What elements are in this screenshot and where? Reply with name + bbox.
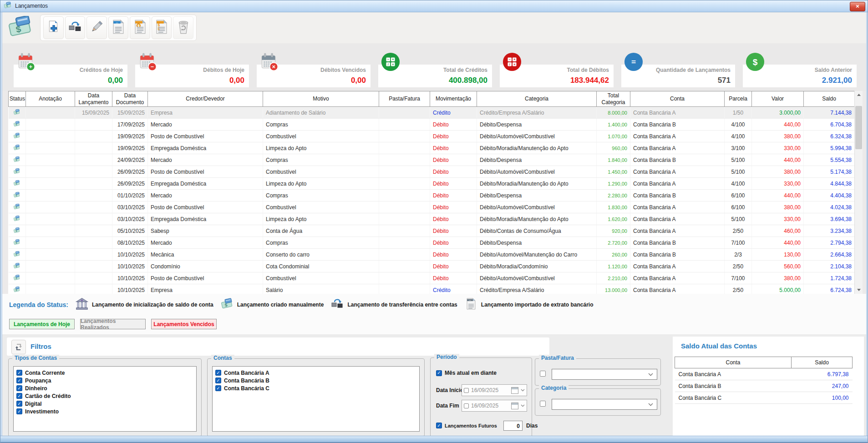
table-row[interactable]: $ 10/10/2025Posto de CombustívelCombustí… bbox=[9, 272, 855, 284]
edit-entry-button[interactable] bbox=[86, 16, 107, 39]
account-type-conta-corrente[interactable]: ✓Conta Corrente bbox=[16, 369, 193, 377]
account-type-dinheiro[interactable]: ✓Dinheiro bbox=[16, 384, 193, 392]
table-cell: 4/100 bbox=[725, 119, 752, 131]
table-cell bbox=[379, 249, 430, 261]
column-header-saldo[interactable]: Saldo bbox=[804, 91, 855, 107]
new-entry-button[interactable] bbox=[43, 16, 64, 39]
account-type-checkbox[interactable]: ✓ bbox=[16, 385, 22, 391]
table-row[interactable]: $ 15/09/202515/09/2025EmpresaAdiantament… bbox=[9, 107, 855, 119]
balance: 5.994,38 bbox=[830, 145, 852, 151]
column-header-movimentacao[interactable]: Movimentação bbox=[430, 91, 477, 107]
balance-row[interactable]: Conta Bancária B247,00 bbox=[675, 380, 853, 392]
column-header-parcela[interactable]: Parcela bbox=[725, 91, 752, 107]
table-row[interactable]: $ 08/10/2025MercadoComprasDébitoDébito/D… bbox=[9, 237, 855, 249]
start-date-checkbox[interactable] bbox=[464, 388, 469, 393]
account-type-checkbox[interactable]: ✓ bbox=[16, 401, 22, 407]
table-cell: Débito bbox=[430, 142, 477, 154]
column-header-data-documento[interactable]: Data Documento bbox=[112, 91, 148, 107]
account-type-digital[interactable]: ✓Digital bbox=[16, 400, 193, 408]
lancamentos-de-hoje-button[interactable]: Lançamentos de Hoje bbox=[9, 319, 75, 329]
lancamentos-vencidos-button[interactable]: Lançamentos Vencidos bbox=[151, 319, 217, 329]
current-month-checkbox[interactable]: ✓ bbox=[436, 370, 442, 376]
account-conta-bancaria-a[interactable]: ✓Conta Bancária A bbox=[215, 369, 416, 377]
legend-title: Legenda do Status: bbox=[9, 301, 68, 308]
end-date-checkbox[interactable] bbox=[464, 403, 469, 408]
account-conta-bancaria-b[interactable]: ✓Conta Bancária B bbox=[215, 377, 416, 384]
transfer-entry-button[interactable] bbox=[65, 16, 86, 39]
column-header-anotacao[interactable]: Anotação bbox=[26, 91, 75, 107]
account-type-investimento[interactable]: ✓Investimento bbox=[16, 408, 193, 415]
future-entries-checkbox[interactable]: ✓ bbox=[436, 423, 442, 428]
report-button[interactable]: ... bbox=[108, 16, 129, 39]
account-type-checkbox[interactable]: ✓ bbox=[16, 370, 22, 376]
end-date-value: 16/09/2025 bbox=[471, 403, 509, 409]
account-type-checkbox[interactable]: ✓ bbox=[16, 393, 22, 399]
table-cell: 01/10/2025 bbox=[112, 190, 148, 201]
table-cell: Conta Bancária A bbox=[630, 142, 725, 154]
table-scrollbar[interactable] bbox=[854, 91, 863, 294]
column-header-valor[interactable]: Valor bbox=[752, 91, 804, 107]
table-row[interactable]: $ 03/10/2025Posto de CombustívelCombustí… bbox=[9, 201, 855, 213]
table-row[interactable]: $ 26/09/2025Empregada DomésticaLimpeza d… bbox=[9, 178, 855, 190]
report-values-button[interactable]: $ bbox=[130, 16, 150, 39]
table-cell: 3.000,00 bbox=[752, 107, 804, 119]
column-header-pasta-fatura[interactable]: Pasta/Fatura bbox=[379, 91, 430, 107]
account-checkbox[interactable]: ✓ bbox=[215, 385, 221, 391]
account-type-checkbox[interactable]: ✓ bbox=[16, 378, 22, 383]
account-type-checkbox[interactable]: ✓ bbox=[16, 408, 22, 414]
close-button[interactable]: × bbox=[850, 2, 865, 11]
future-days-input[interactable]: 0 bbox=[503, 421, 523, 431]
table-cell: 6.704,38 bbox=[804, 119, 855, 131]
calendar-picker-icon[interactable] bbox=[511, 387, 518, 394]
account-type-cartao-de-credito[interactable]: ✓Cartão de Crédito bbox=[16, 392, 193, 400]
column-header-data-lancamento[interactable]: Data Lançamento bbox=[75, 91, 112, 107]
balance-row[interactable]: Conta Bancária A6.797,38 bbox=[675, 368, 853, 380]
table-row[interactable]: $ 17/09/2025MercadoComprasDébitoDébito/D… bbox=[9, 119, 855, 131]
date-dropdown-icon[interactable] bbox=[521, 404, 525, 407]
table-row[interactable]: $ 10/10/2025MecânicaConserto do carroDéb… bbox=[9, 249, 855, 261]
table-cell: Débito/Automóvel/Combustível bbox=[477, 131, 597, 142]
balance-row[interactable]: Conta Bancária C100,00 bbox=[675, 392, 853, 404]
column-header-total-categoria[interactable]: Total Categoria bbox=[597, 91, 630, 107]
table-row[interactable]: $ 10/10/2025CondomínioCota CondominialDé… bbox=[9, 261, 855, 272]
date-dropdown-icon[interactable] bbox=[521, 389, 525, 392]
scroll-down-arrow-icon[interactable] bbox=[855, 286, 863, 294]
current-month-option[interactable]: ✓ Mês atual em diante bbox=[436, 370, 497, 376]
equals-blue-icon: = bbox=[624, 52, 643, 73]
category-checkbox[interactable] bbox=[540, 401, 546, 407]
scroll-up-arrow-icon[interactable] bbox=[855, 91, 863, 99]
table-cell: Empresa bbox=[148, 107, 263, 119]
future-entries-option[interactable]: ✓ Lançamentos Futuros 0 Dias bbox=[436, 423, 497, 428]
table-row[interactable]: $ 01/10/2025MercadoComprasDébitoDébito/D… bbox=[9, 190, 855, 201]
table-cell: Débito bbox=[430, 190, 477, 201]
column-header-credor-devedor[interactable]: Credor/Devedor bbox=[148, 91, 263, 107]
account-type-poupanca[interactable]: ✓Poupança bbox=[16, 377, 193, 384]
table-row[interactable]: $ 24/09/2025MercadoComprasDébitoDébito/D… bbox=[9, 154, 855, 166]
category-combobox[interactable] bbox=[552, 399, 657, 410]
table-row[interactable]: $ 10/10/2025EmpresaSalárioCréditoCrédito… bbox=[9, 284, 855, 294]
column-header-categoria[interactable]: Categoria bbox=[477, 91, 597, 107]
column-header-motivo[interactable]: Motivo bbox=[263, 91, 379, 107]
table-row[interactable]: $ 26/09/2025Posto de CombustívelCombustí… bbox=[9, 166, 855, 178]
account-checkbox[interactable]: ✓ bbox=[215, 370, 221, 376]
scrollbar-thumb[interactable] bbox=[855, 106, 862, 149]
account-checkbox[interactable]: ✓ bbox=[215, 378, 221, 383]
report-totals-button[interactable]: $$ bbox=[152, 16, 172, 39]
end-date-field[interactable]: 16/09/2025 bbox=[462, 400, 527, 412]
start-date-field[interactable]: 16/09/2025 bbox=[462, 384, 527, 396]
balance: 4.024,38 bbox=[830, 204, 852, 211]
table-row[interactable]: $ 19/09/2025Empregada DomésticaLimpeza d… bbox=[9, 142, 855, 154]
table-row[interactable]: $ 05/10/2025SabespConta de ÁguaDébitoDéb… bbox=[9, 225, 855, 237]
account-conta-bancaria-c[interactable]: ✓Conta Bancária C bbox=[215, 384, 416, 392]
delete-entry-button[interactable] bbox=[173, 16, 193, 39]
lancamentos-realizados-button[interactable]: Lançamentos Realizados bbox=[80, 319, 146, 329]
column-header-status[interactable]: Status bbox=[9, 91, 26, 107]
table-row[interactable]: $ 19/09/2025Posto de CombustívelCombustí… bbox=[9, 131, 855, 142]
column-header-conta[interactable]: Conta bbox=[630, 91, 725, 107]
folder-combobox[interactable] bbox=[552, 369, 657, 380]
refresh-filters-button[interactable] bbox=[11, 340, 26, 354]
folder-checkbox[interactable] bbox=[540, 371, 546, 377]
calendar-picker-icon[interactable] bbox=[511, 403, 518, 409]
table-cell: 08/10/2025 bbox=[112, 237, 148, 249]
table-row[interactable]: $ 03/10/2025Empregada DomésticaLimpeza d… bbox=[9, 213, 855, 225]
